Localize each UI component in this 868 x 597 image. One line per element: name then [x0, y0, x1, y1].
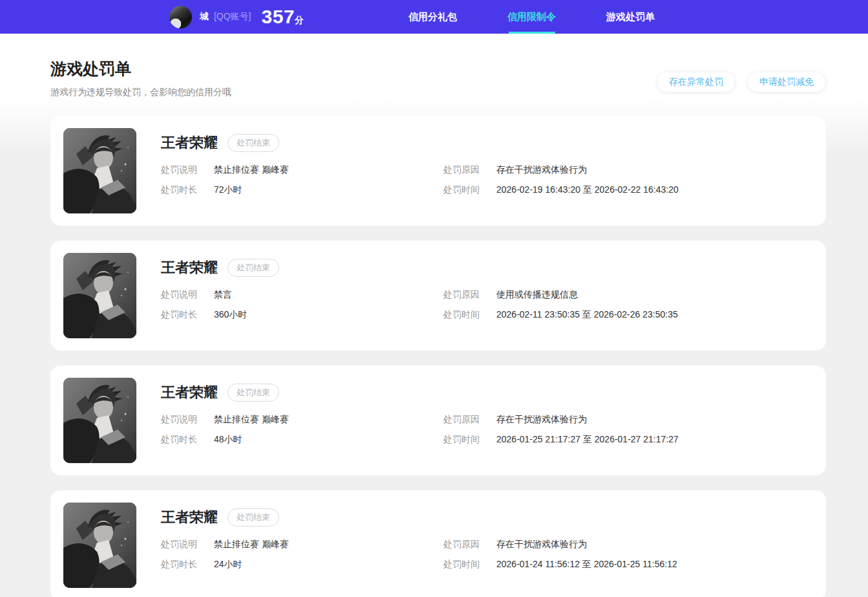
penalty-card-body: 王者荣耀 处罚结束 处罚说明 禁止排位赛 巅峰赛 处罚原因 存在干扰游戏体验行为… — [161, 378, 813, 463]
penalty-desc-label: 处罚说明 — [161, 538, 198, 550]
penalty-duration-row: 处罚时长 48小时 — [161, 433, 443, 445]
penalty-reason-value: 使用或传播违规信息 — [496, 288, 578, 300]
game-cover-image — [63, 503, 136, 588]
penalty-duration-label: 处罚时长 — [161, 433, 198, 445]
penalty-card-body: 王者荣耀 处罚结束 处罚说明 禁止排位赛 巅峰赛 处罚原因 存在干扰游戏体验行为… — [161, 503, 813, 588]
tab-credit-restriction[interactable]: 信用限制令 — [482, 0, 581, 34]
status-badge: 处罚结束 — [228, 384, 279, 402]
game-cover-image — [63, 253, 136, 338]
penalty-reason-label: 处罚原因 — [443, 538, 481, 550]
penalty-time-value: 2026-01-25 21:17:27 至 2026-01-27 21:17:2… — [496, 433, 679, 445]
penalty-card: 王者荣耀 处罚结束 处罚说明 禁止排位赛 巅峰赛 处罚原因 存在干扰游戏体验行为… — [50, 365, 826, 475]
tab-game-penalty[interactable]: 游戏处罚单 — [581, 0, 680, 34]
penalty-time-value: 2026-02-11 23:50:35 至 2026-02-26 23:50:3… — [496, 309, 678, 320]
penalty-desc-row: 处罚说明 禁言 — [161, 288, 443, 300]
penalty-reason-value: 存在干扰游戏体验行为 — [496, 164, 587, 175]
game-cover-image — [63, 378, 136, 463]
game-title: 王者荣耀 — [161, 258, 218, 277]
penalty-reason-row: 处罚原因 存在干扰游戏体验行为 — [443, 538, 813, 550]
penalty-desc-value: 禁止排位赛 巅峰赛 — [214, 538, 289, 550]
avatar[interactable] — [169, 6, 192, 28]
penalty-relief-button[interactable]: 申请处罚减免 — [748, 72, 825, 92]
game-title: 王者荣耀 — [161, 133, 218, 153]
penalty-desc-label: 处罚说明 — [161, 413, 198, 425]
penalty-desc-label: 处罚说明 — [161, 164, 198, 175]
penalty-reason-row: 处罚原因 使用或传播违规信息 — [443, 288, 813, 300]
penalty-duration-label: 处罚时长 — [161, 184, 198, 195]
penalty-info-grid: 处罚说明 禁止排位赛 巅峰赛 处罚原因 存在干扰游戏体验行为 处罚时长 24小时… — [161, 538, 813, 570]
card-title-row: 王者荣耀 处罚结束 — [161, 383, 813, 402]
penalty-desc-label: 处罚说明 — [161, 288, 198, 300]
penalty-desc-value: 禁止排位赛 巅峰赛 — [214, 164, 289, 175]
card-title-row: 王者荣耀 处罚结束 — [161, 133, 813, 153]
penalty-duration-value: 360小时 — [214, 309, 247, 320]
penalty-info-grid: 处罚说明 禁止排位赛 巅峰赛 处罚原因 存在干扰游戏体验行为 处罚时长 72小时… — [161, 164, 813, 195]
penalty-desc-value: 禁止排位赛 巅峰赛 — [214, 413, 289, 425]
penalty-duration-value: 48小时 — [214, 433, 242, 445]
penalty-time-value: 2026-01-24 11:56:12 至 2026-01-25 11:56:1… — [496, 558, 677, 570]
credit-score-unit: 分 — [295, 15, 304, 25]
penalty-desc-row: 处罚说明 禁止排位赛 巅峰赛 — [161, 413, 443, 425]
penalty-desc-value: 禁言 — [214, 288, 232, 300]
penalty-time-label: 处罚时间 — [443, 558, 481, 570]
account-type-label: [QQ账号] — [214, 11, 251, 21]
penalty-duration-row: 处罚时长 72小时 — [161, 184, 443, 195]
penalty-card: 王者荣耀 处罚结束 处罚说明 禁止排位赛 巅峰赛 处罚原因 存在干扰游戏体验行为… — [50, 116, 826, 226]
penalty-card: 王者荣耀 处罚结束 处罚说明 禁止排位赛 巅峰赛 处罚原因 存在干扰游戏体验行为… — [50, 490, 826, 597]
penalty-time-label: 处罚时间 — [443, 184, 481, 195]
abnormal-penalty-button[interactable]: 存在异常处罚 — [657, 72, 735, 92]
penalty-reason-row: 处罚原因 存在干扰游戏体验行为 — [443, 164, 813, 175]
penalty-reason-row: 处罚原因 存在干扰游戏体验行为 — [443, 413, 813, 425]
main-content: 游戏处罚单 游戏行为违规导致处罚，会影响您的信用分哦 存在异常处罚 申请处罚减免 — [0, 34, 868, 597]
status-badge: 处罚结束 — [228, 134, 279, 152]
penalty-reason-label: 处罚原因 — [443, 164, 481, 175]
penalty-reason-value: 存在干扰游戏体验行为 — [496, 413, 587, 425]
game-cover-image — [63, 128, 136, 213]
penalty-reason-label: 处罚原因 — [443, 413, 481, 425]
head-actions: 存在异常处罚 申请处罚减免 — [657, 72, 825, 92]
penalty-duration-value: 24小时 — [214, 558, 242, 570]
penalty-info-grid: 处罚说明 禁止排位赛 巅峰赛 处罚原因 存在干扰游戏体验行为 处罚时长 48小时… — [161, 413, 813, 445]
user-info: 城 [QQ账号] 357分 — [169, 6, 304, 28]
penalty-time-label: 处罚时间 — [443, 309, 481, 320]
penalty-time-row: 处罚时间 2026-01-24 11:56:12 至 2026-01-25 11… — [443, 558, 813, 570]
status-badge: 处罚结束 — [228, 259, 279, 277]
penalty-time-row: 处罚时间 2026-02-19 16:43:20 至 2026-02-22 16… — [443, 184, 813, 195]
penalty-card-body: 王者荣耀 处罚结束 处罚说明 禁言 处罚原因 使用或传播违规信息 处罚时长 36… — [161, 253, 813, 338]
credit-score-value: 357 — [261, 6, 295, 27]
penalty-time-row: 处罚时间 2026-02-11 23:50:35 至 2026-02-26 23… — [443, 309, 813, 320]
card-title-row: 王者荣耀 处罚结束 — [161, 258, 813, 277]
penalty-duration-label: 处罚时长 — [161, 558, 198, 570]
penalty-duration-row: 处罚时长 24小时 — [161, 558, 443, 570]
penalty-duration-label: 处罚时长 — [161, 309, 198, 320]
penalty-card-body: 王者荣耀 处罚结束 处罚说明 禁止排位赛 巅峰赛 处罚原因 存在干扰游戏体验行为… — [161, 128, 813, 213]
nav-tabs: 信用分礼包 信用限制令 游戏处罚单 — [383, 0, 680, 34]
penalty-reason-value: 存在干扰游戏体验行为 — [496, 538, 587, 550]
penalty-desc-row: 处罚说明 禁止排位赛 巅峰赛 — [161, 164, 443, 175]
credit-score: 357分 — [261, 6, 304, 28]
status-badge: 处罚结束 — [228, 508, 279, 526]
penalty-reason-label: 处罚原因 — [443, 288, 481, 300]
penalty-time-row: 处罚时间 2026-01-25 21:17:27 至 2026-01-27 21… — [443, 433, 813, 445]
penalty-card: 王者荣耀 处罚结束 处罚说明 禁言 处罚原因 使用或传播违规信息 处罚时长 36… — [50, 241, 826, 351]
penalty-desc-row: 处罚说明 禁止排位赛 巅峰赛 — [161, 538, 443, 550]
game-title: 王者荣耀 — [161, 383, 218, 402]
user-name: 城 [QQ账号] — [200, 11, 251, 23]
penalty-info-grid: 处罚说明 禁言 处罚原因 使用或传播违规信息 处罚时长 360小时 处罚时间 2… — [161, 288, 813, 320]
user-nickname: 城 — [200, 11, 209, 21]
tab-credit-gift[interactable]: 信用分礼包 — [383, 0, 482, 34]
penalty-time-label: 处罚时间 — [443, 433, 481, 445]
top-header: 城 [QQ账号] 357分 信用分礼包 信用限制令 游戏处罚单 — [0, 0, 868, 34]
page-head: 游戏处罚单 游戏行为违规导致处罚，会影响您的信用分哦 存在异常处罚 申请处罚减免 — [0, 34, 868, 98]
penalty-duration-row: 处罚时长 360小时 — [161, 309, 443, 320]
penalty-time-value: 2026-02-19 16:43:20 至 2026-02-22 16:43:2… — [496, 184, 679, 195]
penalty-duration-value: 72小时 — [214, 184, 242, 195]
card-title-row: 王者荣耀 处罚结束 — [161, 508, 813, 527]
game-title: 王者荣耀 — [161, 508, 218, 527]
penalty-card-list: 王者荣耀 处罚结束 处罚说明 禁止排位赛 巅峰赛 处罚原因 存在干扰游戏体验行为… — [0, 116, 868, 597]
